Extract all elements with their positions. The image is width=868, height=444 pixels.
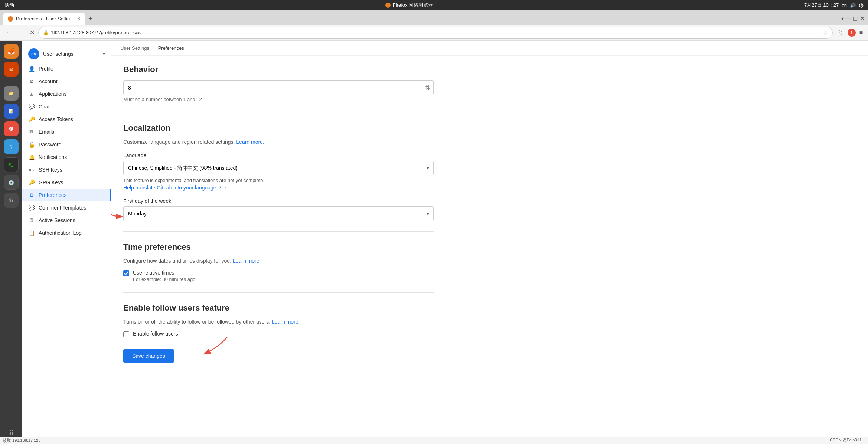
gpg-keys-nav-icon: 🔑 — [28, 179, 35, 185]
sidebar-label-password: Password — [39, 142, 61, 148]
taskbar-help-icon[interactable]: ? — [4, 139, 19, 154]
sidebar-label-applications: Applications — [39, 91, 67, 97]
user-settings-header[interactable]: av User settings ▾ — [22, 45, 111, 62]
follow-users-learn-more-link[interactable]: Learn more. — [272, 319, 300, 325]
sidebar-item-ssh-keys[interactable]: 🗝 SSH Keys — [22, 163, 111, 176]
taskbar-firefox-icon[interactable]: 🦊 — [4, 44, 19, 59]
sidebar-item-notifications[interactable]: 🔔 Notifications — [22, 151, 111, 163]
browser-window: Preferences · User Settin... ✕ + ▾ ─ □ ✕… — [0, 10, 868, 444]
user-settings-label: User settings — [43, 51, 99, 57]
taskbar-terminal-icon[interactable]: $_ — [4, 157, 19, 172]
sidebar-label-ssh-keys: SSH Keys — [39, 167, 62, 173]
relative-times-group: Use relative times For example: 30 minut… — [123, 270, 434, 282]
reload-button[interactable]: ✕ — [27, 27, 37, 38]
taskbar-mail-icon[interactable]: ✉ — [4, 62, 19, 77]
save-section: Save changes — [123, 346, 434, 363]
user-avatar: av — [28, 48, 39, 59]
sidebar-item-applications[interactable]: ⊞ Applications — [22, 88, 111, 100]
sidebar-item-preferences[interactable]: ⚙ Preferences — [22, 189, 111, 201]
content-area: Behavior ⇅ Must be a number between 1 an… — [111, 56, 446, 372]
sidebar-item-access-tokens[interactable]: 🔑 Access Tokens — [22, 113, 111, 126]
new-tab-button[interactable]: + — [85, 15, 95, 23]
language-select-wrapper: Chinese, Simplified - 简体中文 (98% translat… — [123, 161, 434, 175]
os-bar-right: 7月27日 10：27 zh 🔊 ⏻ — [804, 2, 864, 9]
active-tab[interactable]: Preferences · User Settin... ✕ — [3, 13, 85, 25]
breadcrumb-parent[interactable]: User Settings — [120, 45, 149, 51]
os-bar-center: Firefox 网络浏览器 — [385, 2, 433, 9]
status-bar: 读取 192.168.17.128 CSDN @Palp311... — [0, 437, 868, 444]
tab-close-button[interactable]: ✕ — [77, 16, 81, 22]
datetime-label: 7月27日 10：27 — [804, 2, 839, 9]
sidebar-item-emails[interactable]: ✉ Emails — [22, 126, 111, 138]
status-text: 读取 192.168.17.128 — [3, 438, 41, 443]
nav-bar: ← → ✕ 🔒 192.168.17.128:8077/-/profile/pr… — [0, 25, 868, 41]
relative-times-checkbox[interactable] — [123, 270, 129, 276]
sidebar-label-account: Account — [39, 78, 58, 84]
notifications-nav-icon: 🔔 — [28, 154, 35, 160]
emails-nav-icon: ✉ — [28, 129, 35, 135]
sidebar-item-active-sessions[interactable]: 🖥 Active Sessions — [22, 214, 111, 227]
activities-label[interactable]: 活动 — [4, 2, 14, 9]
enable-follow-checkbox[interactable] — [123, 331, 129, 337]
browser-label: Firefox 网络浏览器 — [393, 2, 433, 9]
applications-nav-icon: ⊞ — [28, 91, 35, 97]
language-help-link[interactable]: Help translate GitLab into your language… — [123, 185, 227, 191]
breadcrumb-current: Preferences — [158, 45, 184, 51]
first-day-label: First day of the week — [123, 198, 434, 204]
taskbar-disks-icon[interactable]: 💿 — [4, 175, 19, 190]
sidebar-item-profile[interactable]: 👤 Profile — [22, 62, 111, 75]
sidebar-item-gpg-keys[interactable]: 🔑 GPG Keys — [22, 176, 111, 189]
taskbar-store-icon[interactable]: 🅐 — [4, 121, 19, 136]
language-help-wrapper: Help translate GitLab into your language… — [123, 185, 434, 191]
profile-nav-icon: 👤 — [28, 66, 35, 72]
active-sessions-nav-icon: 🖥 — [28, 217, 35, 223]
sidebar-label-notifications: Notifications — [39, 154, 67, 160]
first-day-select[interactable]: Monday Sunday Saturday — [123, 206, 434, 221]
section-divider-3 — [123, 292, 434, 293]
localization-title: Localization — [123, 123, 434, 133]
forward-button[interactable]: → — [16, 28, 26, 38]
os-bar-left: 活动 — [4, 2, 14, 9]
taskbar-files-icon[interactable]: 📁 — [4, 86, 19, 101]
arrow-annotation-save — [198, 335, 235, 357]
language-form-group: Language Chinese, Simplified - 简体中文 (98%… — [123, 152, 434, 191]
behavior-hint: Must be a number between 1 and 12 — [123, 97, 434, 102]
time-prefs-title: Time preferences — [123, 242, 434, 252]
sidebar-item-account[interactable]: ⚙ Account — [22, 75, 111, 88]
time-prefs-learn-more-link[interactable]: Learn more. — [233, 258, 261, 264]
sidebar-item-comment-templates[interactable]: 💬 Comment Templates — [22, 201, 111, 214]
tab-list-button[interactable]: ▾ — [841, 16, 844, 22]
language-select[interactable]: Chinese, Simplified - 简体中文 (98% translat… — [123, 161, 434, 175]
window-close-button[interactable]: ✕ — [859, 14, 865, 23]
behavior-section-title: Behavior — [123, 65, 434, 74]
bookmark-icon[interactable]: ☆ — [823, 30, 828, 36]
behavior-input[interactable] — [123, 80, 434, 95]
nav-bar-right: ♡ 1 ≡ — [837, 27, 864, 38]
sidebar-label-profile: Profile — [39, 66, 53, 72]
tab-bar: Preferences · User Settin... ✕ + ▾ ─ □ ✕ — [0, 10, 868, 25]
url-bar[interactable]: 🔒 192.168.17.128:8077/-/profile/preferen… — [38, 27, 833, 39]
save-changes-button[interactable]: Save changes — [123, 349, 174, 363]
localization-learn-more-link[interactable]: Learn more. — [236, 139, 264, 145]
chat-nav-icon: 💬 — [28, 104, 35, 110]
back-button[interactable]: ← — [4, 28, 14, 38]
time-prefs-desc: Configure how dates and times display fo… — [123, 258, 434, 264]
minimize-button[interactable]: ─ — [846, 15, 851, 23]
sidebar-item-chat[interactable]: 💬 Chat — [22, 100, 111, 113]
breadcrumb-separator: › — [153, 45, 154, 51]
first-day-form-group: First day of the week Monday Sunday Satu… — [123, 198, 434, 221]
pocket-button[interactable]: ♡ — [837, 27, 845, 38]
ssh-keys-nav-icon: 🗝 — [28, 167, 35, 173]
tab-title: Preferences · User Settin... — [16, 16, 74, 22]
relative-times-label-group: Use relative times For example: 30 minut… — [133, 270, 197, 282]
follow-users-title: Enable follow users feature — [123, 303, 434, 313]
sidebar-item-authentication-log[interactable]: 📋 Authentication Log — [22, 227, 111, 239]
profile-button[interactable]: 1 — [848, 29, 856, 37]
taskbar-writer-icon[interactable]: 📝 — [4, 104, 19, 119]
sidebar-item-password[interactable]: 🔒 Password — [22, 138, 111, 151]
lock-icon: 🔒 — [43, 30, 49, 35]
menu-button[interactable]: ≡ — [858, 28, 864, 38]
maximize-button[interactable]: □ — [853, 15, 857, 23]
first-day-section: First day of the week Monday Sunday Satu… — [123, 198, 434, 221]
taskbar-trash-icon[interactable]: 🗑 — [4, 193, 19, 208]
